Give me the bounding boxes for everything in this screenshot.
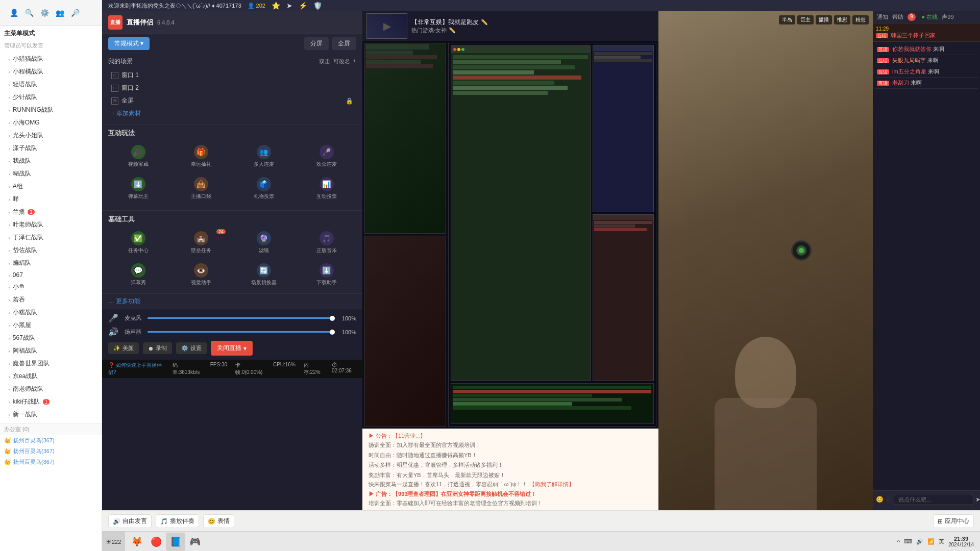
- notice-link[interactable]: 【戳我了解详情】: [529, 481, 574, 487]
- sidebar-item[interactable]: 咩: [0, 193, 102, 206]
- tool-filter[interactable]: 🔮 滤镜: [234, 228, 293, 257]
- sidebar-item[interactable]: 小猎猫战队: [0, 53, 102, 65]
- settings-btn[interactable]: ⚙️ 设置: [176, 342, 207, 354]
- sidebar-item[interactable]: 小黑屋: [0, 319, 102, 332]
- sidebar-item[interactable]: 小海OMG: [0, 116, 102, 129]
- input-method[interactable]: 英: [939, 538, 944, 545]
- share-icon[interactable]: ➤: [286, 2, 292, 10]
- sidebar-item-office[interactable]: 👑 扬州百灵鸟(367): [0, 435, 102, 446]
- sidebar-item-office3[interactable]: 👑 扬州百灵鸟(367): [0, 457, 102, 467]
- sidebar-item[interactable]: 东ea战队: [0, 370, 102, 383]
- sidebar-item[interactable]: 漾子战队: [0, 142, 102, 155]
- sidebar-item[interactable]: A组: [0, 180, 102, 193]
- sidebar-item[interactable]: 小鱼: [0, 281, 102, 293]
- sidebar-item[interactable]: 我战队: [0, 155, 102, 167]
- sidebar-item[interactable]: 少针战队: [0, 91, 102, 104]
- taskbar-app-3[interactable]: 📘: [166, 533, 185, 551]
- win3-line-2: [594, 224, 635, 228]
- taskbar-app-4[interactable]: 🎮: [185, 533, 205, 551]
- mic-handle[interactable]: [330, 316, 335, 321]
- tool-bullet-play[interactable]: ⬇️ 弹幕玩主: [108, 174, 168, 203]
- tool-interact-vote[interactable]: 📊 互动投票: [297, 174, 356, 203]
- tool-video-treasure[interactable]: 🎥 视频宝藏: [108, 142, 168, 171]
- tool-multi-link[interactable]: 👥 多人连麦: [234, 142, 293, 171]
- play-music-btn[interactable]: 🎵 播放伴奏: [156, 514, 199, 528]
- sidebar-item[interactable]: 岱佐战队: [0, 244, 102, 257]
- sidebar-item[interactable]: 阿福战队: [0, 344, 102, 357]
- sidebar-item[interactable]: 轻语战队: [0, 78, 102, 91]
- mic-slider[interactable]: [148, 317, 332, 319]
- emoji-btn[interactable]: 😊 表情: [203, 514, 234, 528]
- tool-wall-task[interactable]: 🏰 24 壁垒任务: [171, 228, 231, 257]
- tool-scene-switcher[interactable]: 🔄 场景切换器: [234, 260, 293, 289]
- tool-music[interactable]: 🎵 正版音乐: [297, 228, 356, 257]
- tool-bullet-show[interactable]: 💬 弹幕秀: [108, 260, 168, 289]
- sidebar-item[interactable]: RUNNING战队: [0, 104, 102, 116]
- sidebar-item[interactable]: 光头小姐队: [0, 129, 102, 142]
- tool-download[interactable]: ⬇️ 下载助手: [297, 260, 356, 289]
- group-icon[interactable]: 👥: [54, 7, 65, 18]
- sidebar-item[interactable]: 丁泽仁战队: [0, 231, 102, 244]
- chat-mute[interactable]: 声99: [942, 13, 953, 21]
- at-icon[interactable]: @: [886, 494, 892, 505]
- tool-host-pocket[interactable]: 👜 主播口袋: [171, 174, 231, 203]
- scene-section: 我的场景 双击 可改名 + □ 窗口 1 □ 窗口 2: [102, 53, 362, 124]
- sidebar-item[interactable]: 新一战队: [0, 408, 102, 421]
- scene-item-1[interactable]: □ 窗口 1: [108, 69, 356, 82]
- taskbar-app-2[interactable]: 🔴: [146, 533, 166, 551]
- chat-tab-notifications[interactable]: 通知: [877, 13, 888, 21]
- chat-send-icon[interactable]: ➤: [975, 494, 980, 505]
- sidebar-item[interactable]: 小程橘战队: [0, 65, 102, 78]
- keyboard-icon: ⌨: [904, 538, 912, 545]
- beauty-btn[interactable]: ✨ 美颜: [108, 342, 139, 354]
- chat-tab-help[interactable]: 帮助: [892, 13, 903, 21]
- chat-input-field[interactable]: [894, 494, 973, 505]
- sidebar-item[interactable]: 若吞: [0, 293, 102, 306]
- sidebar-item[interactable]: 067: [0, 269, 102, 281]
- scene-add[interactable]: + 添加素材: [108, 107, 356, 120]
- tool-lucky-draw[interactable]: 🎁 幸运抽礼: [171, 142, 231, 171]
- sidebar-item[interactable]: 兰播 1: [0, 206, 102, 218]
- speaker-slider[interactable]: [148, 331, 332, 333]
- status-hint[interactable]: ❓ 如何快速上手直播伴侣?: [108, 362, 164, 376]
- settings-icon[interactable]: ⚙️: [39, 7, 50, 18]
- record-btn[interactable]: ⏺ 录制: [143, 342, 172, 354]
- tab-split[interactable]: 分屏: [304, 37, 329, 50]
- shield-icon[interactable]: 🛡️: [313, 2, 322, 10]
- scene-add-btn[interactable]: +: [353, 58, 356, 65]
- sidebar-item[interactable]: 南老师战队: [0, 383, 102, 395]
- user-icon[interactable]: 👤: [8, 7, 19, 18]
- more-tools[interactable]: … 更多功能: [102, 293, 362, 309]
- sidebar-item[interactable]: 糊战队: [0, 167, 102, 180]
- scene-item-fullscreen[interactable]: ⊞ 全屏 🔒: [108, 94, 356, 107]
- tool-gift-vote[interactable]: 🗳️ 礼物投票: [234, 174, 293, 203]
- sidebar-item[interactable]: 叶老师战队: [0, 218, 102, 231]
- sidebar-item[interactable]: 小糯战队: [0, 306, 102, 319]
- search-icon[interactable]: 🔍: [23, 7, 35, 18]
- tool-audience-link[interactable]: 🎤 欢众连麦: [297, 142, 356, 171]
- lightning-icon[interactable]: ⚡: [299, 2, 307, 10]
- emoji-picker-icon[interactable]: 😊: [876, 494, 884, 505]
- go-live-btn[interactable]: 关闭直播 ▾: [211, 341, 253, 356]
- sidebar-item[interactable]: 蝙蝠队: [0, 257, 102, 269]
- taskbar-firefox[interactable]: 🦊: [127, 533, 146, 551]
- app-center-btn[interactable]: ⊞ 应用中心: [933, 514, 974, 528]
- scene-double-click[interactable]: 双击: [319, 58, 330, 65]
- scene-item-2[interactable]: □ 窗口 2: [108, 82, 356, 94]
- tool-visual-assist[interactable]: 👁️ 视觉助手: [171, 260, 231, 289]
- tab-full[interactable]: 全屏: [332, 37, 356, 50]
- scene-rename[interactable]: 可改名: [333, 58, 350, 65]
- search2-icon[interactable]: 🔎: [69, 7, 81, 18]
- edit-category-icon[interactable]: ✏️: [449, 27, 456, 34]
- sidebar-item[interactable]: 魔兽世界团队: [0, 357, 102, 370]
- free-speech-btn[interactable]: 🔊 自由发言: [108, 514, 152, 528]
- star-icon[interactable]: ⭐: [272, 2, 280, 10]
- edit-icon[interactable]: ✏️: [481, 19, 488, 26]
- sidebar-item[interactable]: 567战队: [0, 332, 102, 344]
- tool-task-center[interactable]: ✅ 任务中心: [108, 228, 168, 257]
- sidebar-item[interactable]: kiki仔战队 1: [0, 395, 102, 408]
- start-button[interactable]: ⊞ 222: [102, 532, 125, 551]
- speaker-handle[interactable]: [330, 330, 335, 335]
- sidebar-item-office2[interactable]: 👑 扬州百灵鸟(367): [0, 446, 102, 457]
- tab-normal[interactable]: 常规模式 ▾: [108, 37, 150, 50]
